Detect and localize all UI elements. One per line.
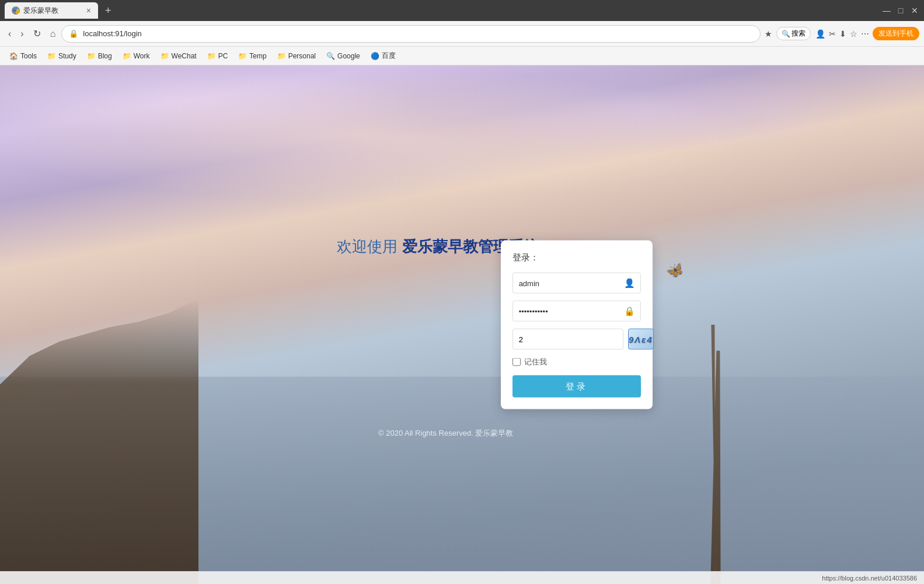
bookmark-google[interactable]: 🔍 Google [322, 50, 365, 62]
bookmark-temp[interactable]: 📁 Temp [233, 50, 271, 62]
bookmark-study[interactable]: 📁 Study [43, 50, 81, 62]
minimize-button[interactable]: — [882, 6, 891, 15]
close-window-button[interactable]: ✕ [910, 6, 919, 15]
new-tab-button[interactable]: + [100, 2, 116, 19]
tools-icon: 🏠 [9, 52, 18, 60]
lock-icon: 🔒 [624, 306, 635, 317]
remember-row: 记住我 [512, 357, 641, 367]
login-card: 登录： 👤 🔒 9Λε4 记住我 登录 [501, 241, 653, 409]
bookmark-wechat[interactable]: 📁 WeChat [156, 50, 201, 62]
status-url: https://blog.csdn.net/u014033586 [822, 575, 917, 582]
download-icon[interactable]: ⬇ [839, 29, 846, 39]
bookmark-google-label: Google [337, 52, 360, 60]
wechat-folder-icon: 📁 [161, 52, 169, 60]
tab-favicon: 🎭 [12, 6, 20, 15]
bookmark-personal-label: Personal [288, 52, 316, 60]
account-icon[interactable]: 👤 [815, 29, 825, 39]
bookmark-tools-label: Tools [20, 52, 37, 60]
bookmark-baidu[interactable]: 🔵 百度 [366, 49, 400, 62]
bookmark-work-label: Work [134, 52, 150, 60]
home-button[interactable]: ⌂ [47, 26, 60, 41]
bookmark-star-icon[interactable]: ★ [763, 27, 774, 40]
tab-close-button[interactable]: × [86, 6, 91, 15]
blog-folder-icon: 📁 [87, 52, 96, 60]
captcha-row: 9Λε4 [512, 329, 641, 350]
address-text: localhost:91/login [83, 29, 753, 38]
navigation-bar: ‹ › ↻ ⌂ 🔒 localhost:91/login ★ 🔍 搜索 👤 ✂ … [0, 21, 924, 47]
tab-bar: 🎭 爱乐蒙早教 × + [5, 2, 882, 19]
bookmark-wechat-label: WeChat [172, 52, 197, 60]
copyright-text: © 2020 All Rights Reserved. 爱乐蒙早教 [378, 428, 513, 439]
search-icon: 🔍 [782, 30, 790, 38]
browser-chrome: 🎭 爱乐蒙早教 × + — □ ✕ ‹ › ↻ ⌂ 🔒 localhost:91… [0, 0, 924, 65]
username-input[interactable] [512, 273, 641, 294]
bookmark-personal[interactable]: 📁 Personal [273, 50, 320, 62]
bookmark-baidu-label: 百度 [382, 51, 396, 61]
send-mobile-button[interactable]: 发送到手机 [873, 27, 919, 40]
maximize-button[interactable]: □ [896, 6, 905, 15]
study-folder-icon: 📁 [47, 52, 56, 60]
welcome-prefix: 欢迎使用 [337, 238, 402, 255]
bookmark-pc[interactable]: 📁 PC [203, 50, 233, 62]
temp-folder-icon: 📁 [238, 52, 247, 60]
bookmark-blog-label: Blog [98, 52, 112, 60]
pc-folder-icon: 📁 [207, 52, 216, 60]
bookmark-temp-label: Temp [249, 52, 266, 60]
login-button[interactable]: 登录 [512, 376, 641, 398]
user-icon: 👤 [624, 278, 635, 288]
password-input[interactable] [512, 301, 641, 322]
google-icon: 🔍 [326, 52, 335, 60]
active-tab[interactable]: 🎭 爱乐蒙早教 × [5, 2, 98, 19]
nav-icons: ★ [763, 27, 774, 40]
personal-folder-icon: 📁 [277, 52, 286, 60]
captcha-image[interactable]: 9Λε4 [628, 329, 654, 350]
bookmark-work[interactable]: 📁 Work [118, 50, 155, 62]
refresh-button[interactable]: ↻ [30, 26, 44, 41]
baidu-icon: 🔵 [371, 52, 379, 60]
page-content: 🦋 欢迎使用 爱乐蒙早教管理系统 © 2020 All Rights Reser… [0, 65, 924, 584]
bookmark-pc-label: PC [218, 52, 228, 60]
captcha-input[interactable] [512, 329, 623, 350]
search-box[interactable]: 🔍 搜索 [776, 27, 811, 40]
status-bar: https://blog.csdn.net/u014033586 [0, 571, 924, 584]
work-folder-icon: 📁 [123, 52, 131, 60]
bookmark-blog[interactable]: 📁 Blog [82, 50, 117, 62]
forward-button[interactable]: › [17, 26, 27, 41]
login-card-title: 登录： [512, 252, 641, 263]
menu-icon[interactable]: ⋯ [861, 29, 869, 39]
lock-icon: 🔒 [69, 29, 78, 38]
search-placeholder: 搜索 [791, 29, 806, 39]
window-controls: — □ ✕ [882, 6, 919, 15]
tab-title: 爱乐蒙早教 [23, 6, 58, 16]
remember-label: 记住我 [524, 357, 547, 367]
scissors-icon[interactable]: ✂ [829, 29, 836, 39]
clouds-decoration [0, 65, 924, 299]
password-field-wrap: 🔒 [512, 301, 641, 322]
bookmark-tools[interactable]: 🏠 Tools [5, 50, 41, 62]
remember-checkbox[interactable] [512, 358, 521, 366]
bookmarks-bar: 🏠 Tools 📁 Study 📁 Blog 📁 Work 📁 WeChat 📁… [0, 47, 924, 65]
address-bar[interactable]: 🔒 localhost:91/login [61, 25, 761, 43]
username-field-wrap: 👤 [512, 273, 641, 294]
title-bar: 🎭 爱乐蒙早教 × + — □ ✕ [0, 0, 924, 21]
favorites-icon[interactable]: ☆ [850, 29, 857, 39]
right-nav-icons: 👤 ✂ ⬇ ☆ ⋯ 发送到手机 [815, 27, 919, 40]
bookmark-study-label: Study [58, 52, 76, 60]
back-button[interactable]: ‹ [5, 26, 15, 41]
